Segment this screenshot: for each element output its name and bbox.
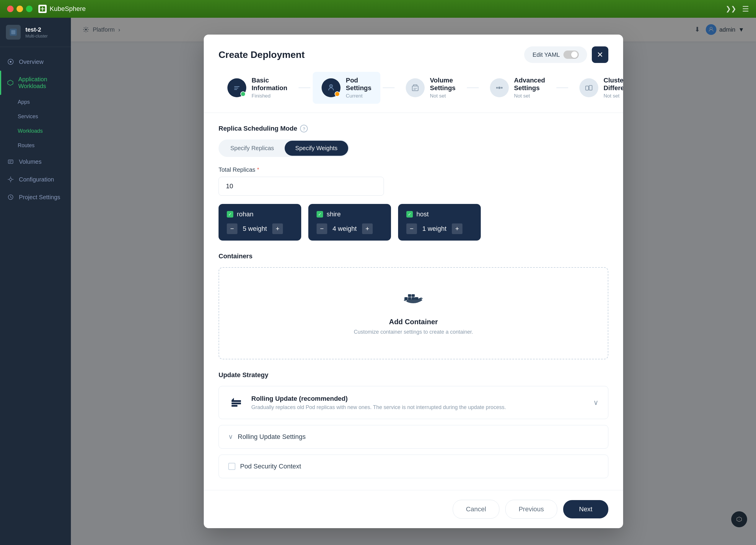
svg-rect-26: [232, 403, 241, 404]
svg-point-24: [405, 300, 407, 302]
cluster-host-weight-value: 1 weight: [422, 225, 447, 232]
cancel-button[interactable]: Cancel: [453, 500, 499, 519]
cluster-rohan-decrease-btn[interactable]: −: [227, 223, 237, 234]
workspace-details: test-2 Multi-cluster: [25, 26, 48, 38]
step-sep-3: [467, 87, 479, 88]
cluster-rohan-name: rohan: [237, 210, 253, 218]
maximize-dot[interactable]: [26, 6, 32, 12]
rolling-settings-chevron-icon: ∨: [228, 433, 233, 441]
yaml-toggle[interactable]: [563, 51, 579, 59]
svg-point-11: [330, 85, 332, 87]
step-1-icon: [227, 78, 246, 97]
sidebar-item-project-settings[interactable]: Project Settings: [0, 188, 71, 206]
sidebar-item-overview[interactable]: Overview: [0, 53, 71, 71]
sidebar-item-project-settings-label: Project Settings: [19, 194, 60, 201]
more-icon[interactable]: ❯❯: [726, 5, 736, 13]
add-container-title: Add Container: [389, 318, 438, 326]
project-settings-icon: [7, 193, 14, 201]
specify-replicas-btn[interactable]: Specify Replicas: [220, 141, 285, 156]
cluster-cards: ✓ rohan − 5 weight + ✓: [219, 204, 608, 240]
sidebar-item-overview-label: Overview: [19, 58, 43, 65]
sidebar-item-volumes[interactable]: Volumes: [0, 153, 71, 170]
specify-weights-btn[interactable]: Specify Weights: [285, 141, 348, 156]
cluster-host-decrease-btn[interactable]: −: [406, 223, 417, 234]
step-1-name: Basic Information: [252, 77, 287, 92]
workspace-name: test-2: [25, 26, 48, 33]
pod-security-label: Pod Security Context: [240, 463, 301, 470]
sidebar-item-services-label: Services: [18, 113, 38, 119]
content-area: Platform › ⬇ admin ▼: [71, 18, 756, 545]
rolling-update-card[interactable]: Rolling Update (recommended) Gradually r…: [219, 386, 608, 419]
svg-rect-2: [11, 30, 15, 34]
step-pod-settings[interactable]: Pod Settings Current: [313, 72, 380, 104]
app-icon: [38, 5, 47, 13]
step-4-status: Not set: [514, 93, 545, 99]
sidebar-item-volumes-label: Volumes: [19, 158, 42, 165]
step-4-icon: [490, 78, 509, 97]
rolling-update-settings-header[interactable]: ∨ Rolling Update Settings: [219, 425, 608, 448]
pod-security-checkbox[interactable]: [228, 463, 235, 470]
edit-yaml-label: Edit YAML: [532, 51, 560, 58]
total-replicas-label-text: Total Replicas: [219, 166, 255, 173]
sidebar-nav: Overview Application Workloads Apps Serv…: [0, 47, 71, 545]
sidebar-item-routes-label: Routes: [18, 142, 35, 148]
sidebar-item-workloads[interactable]: Workloads: [0, 124, 71, 138]
step-sep-2: [383, 87, 395, 88]
step-2-icon: [322, 78, 340, 97]
cluster-shire-weight-value: 4 weight: [333, 225, 357, 232]
previous-button[interactable]: Previous: [505, 500, 557, 519]
titlebar: KubeSphere ❯❯ ☰: [0, 0, 756, 18]
cluster-shire-name: shire: [327, 210, 341, 218]
cluster-rohan-increase-btn[interactable]: +: [272, 223, 283, 234]
step-cluster-differences[interactable]: Cluster Differences Not set: [571, 72, 623, 104]
step-volume-settings[interactable]: Volume Settings Not set: [397, 72, 465, 104]
minimize-dot[interactable]: [17, 6, 23, 12]
cluster-rohan-checkbox[interactable]: ✓: [227, 211, 233, 217]
modal-body: Replica Scheduling Mode ? Specify Replic…: [204, 113, 623, 490]
workspace-info[interactable]: test-2 Multi-cluster: [0, 18, 71, 47]
sidebar-item-apps[interactable]: Apps: [0, 95, 71, 109]
sidebar-item-routes[interactable]: Routes: [0, 138, 71, 153]
strategy-desc: Gradually replaces old Pod replicas with…: [251, 404, 586, 411]
next-button[interactable]: Next: [563, 500, 608, 518]
cluster-host-weight-control: − 1 weight +: [406, 223, 473, 234]
menu-icon[interactable]: ☰: [742, 4, 749, 14]
step-basic-information[interactable]: Basic Information Finished: [219, 72, 296, 104]
step-advanced-settings[interactable]: Advanced Settings Not set: [481, 72, 554, 104]
update-strategy-label: Update Strategy: [219, 371, 268, 379]
close-dot[interactable]: [7, 6, 14, 12]
cluster-host-increase-btn[interactable]: +: [452, 223, 462, 234]
step-4-name: Advanced Settings: [514, 77, 545, 92]
window-controls[interactable]: [7, 6, 32, 12]
edit-yaml-button[interactable]: Edit YAML: [524, 46, 587, 63]
workspace-icon: [6, 25, 21, 40]
volumes-icon: [7, 158, 14, 165]
svg-rect-19: [408, 297, 411, 300]
total-replicas-input[interactable]: [219, 177, 384, 196]
svg-rect-25: [232, 400, 241, 402]
scheduling-mode-toggle-group: Specify Replicas Specify Weights: [219, 139, 349, 157]
svg-point-13: [498, 87, 501, 89]
cluster-host-name: host: [416, 210, 429, 218]
cluster-card-rohan: ✓ rohan − 5 weight +: [219, 204, 301, 240]
step-sep-1: [299, 87, 310, 88]
strategy-chevron-icon: ∨: [593, 398, 599, 407]
svg-point-15: [501, 87, 503, 89]
cluster-host-checkbox[interactable]: ✓: [406, 211, 413, 217]
steps: Basic Information Finished: [204, 63, 623, 113]
cluster-shire-checkbox[interactable]: ✓: [317, 211, 323, 217]
replica-scheduling-help-icon[interactable]: ?: [300, 125, 308, 132]
step-2-info: Pod Settings Current: [346, 77, 372, 99]
sidebar-item-configuration[interactable]: Configuration: [0, 170, 71, 188]
containers-empty-area[interactable]: Add Container Customize container settin…: [219, 267, 608, 360]
cluster-shire-increase-btn[interactable]: +: [362, 223, 373, 234]
step-3-icon: [406, 78, 425, 97]
step-sep-4: [556, 87, 568, 88]
svg-rect-16: [586, 86, 589, 90]
cluster-shire-decrease-btn[interactable]: −: [317, 223, 327, 234]
sidebar-item-apps-label: Apps: [18, 99, 30, 105]
rolling-update-icon: [228, 395, 244, 411]
sidebar-item-services[interactable]: Services: [0, 109, 71, 124]
sidebar-item-app-workloads[interactable]: Application Workloads: [0, 71, 71, 95]
close-button[interactable]: ✕: [592, 46, 608, 63]
